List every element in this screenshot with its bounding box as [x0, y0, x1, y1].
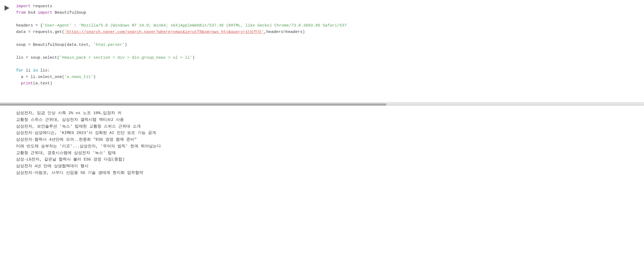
str-mozilla: 'Mozilla/5.0 (Windows NT 10.0; Win64; x6… — [79, 23, 347, 28]
code-text: bs4 — [26, 10, 38, 15]
code-text: BeautifulSoup — [52, 10, 86, 15]
scrollbar-track — [0, 103, 644, 106]
output-line-5: 삼성전자·협력사 4년만에 모여..한종희 "ESG 경영 함께 준비" — [16, 137, 639, 143]
code-line-7: soup = BeautifulSoup(data.text, 'html.pa… — [16, 42, 639, 48]
output-line-8: 삼성·LG전자, 같은날 협력사 불러 ESG 경영 다짐(종합) — [16, 156, 639, 163]
output-section: 삼성전자, 임금 인상 사측 2% vs 노조 10%…입장차 커 교황청 스위… — [0, 106, 644, 254]
str-html-parser: 'html.parser' — [93, 43, 125, 47]
run-icon — [5, 5, 9, 11]
code-line-empty-1 — [16, 16, 639, 23]
code-line-9: lis = soup.select('#main_pack > section … — [16, 55, 639, 61]
code-text: soup = BeautifulSoup(data.text, — [16, 43, 93, 47]
code-text: (a.text) — [33, 81, 52, 86]
code-text: lis: — [38, 68, 50, 73]
code-text: ) — [125, 43, 127, 47]
code-text: headers = { — [16, 23, 43, 28]
code-text: ) — [93, 75, 96, 79]
code-line-13: print(a.text) — [16, 80, 639, 87]
code-text: ,headers=headers) — [264, 30, 305, 34]
code-text: ) — [192, 55, 195, 60]
kw-in: in — [33, 68, 38, 73]
kw-import2: import — [38, 10, 52, 15]
code-text: lis = soup.select( — [16, 55, 60, 60]
output-line-3: 삼성전자, 보안솔루션 '녹스' 탑재한 교황청 스위스 근위대 소개 — [16, 124, 639, 130]
code-text: requests — [31, 4, 52, 9]
kw-for: for — [16, 68, 23, 73]
code-line-2: from bs4 import BeautifulSoup — [16, 10, 639, 16]
code-text: li — [23, 68, 33, 73]
run-button[interactable] — [4, 5, 10, 11]
scrollbar-thumb[interactable] — [0, 103, 386, 106]
code-text: a = li.select_one( — [16, 75, 64, 79]
output-line-2: 교황청 스위스 근위대, 삼성전자 갤럭시탭 액티브2 사용 — [16, 117, 639, 124]
kw-print: print — [21, 81, 33, 86]
code-line-4: headers = {'User-Agent' : 'Mozilla/5.0 (… — [16, 23, 639, 29]
output-line-6: 미래 반도체 승부처는 '이곳'...삼성전자, '무어의 법칙' 한계 뛰어넘… — [16, 143, 639, 150]
str-user-agent: 'User-Agent' — [43, 23, 72, 28]
url-link[interactable]: 'https://search.naver.com/search.naver?w… — [64, 30, 264, 34]
code-line-11: for li in lis: — [16, 68, 639, 74]
output-line-1: 삼성전자, 임금 인상 사측 2% vs 노조 10%…입장차 커 — [16, 110, 639, 117]
code-line-empty-4 — [16, 61, 639, 68]
code-text — [16, 81, 21, 86]
output-line-7: 교황청 근위대, 경호시스템에 삼성전자 '녹스' 탑재 — [16, 150, 639, 157]
code-line-5: data = requests.get('https://search.nave… — [16, 29, 639, 35]
code-line-empty-2 — [16, 35, 639, 42]
code-line-empty-3 — [16, 48, 639, 55]
code-text: : — [72, 23, 79, 28]
kw-import: import — [16, 4, 31, 9]
code-line-1: import requests — [16, 3, 639, 10]
horizontal-scrollbar[interactable] — [0, 103, 644, 106]
code-area: import requests from bs4 import Beautifu… — [0, 3, 644, 102]
output-line-4: 삼성전자·삼성메디슨, 'KIMES 2023'서 강화된 AI 진단 보조 기… — [16, 130, 639, 137]
str-selector: '#main_pack > section > div > div.group_… — [60, 55, 192, 60]
code-bottom-padding — [16, 87, 639, 92]
str-news-tit: 'a.news_tit' — [64, 75, 93, 79]
main-container: import requests from bs4 import Beautifu… — [0, 0, 644, 254]
code-section: import requests from bs4 import Beautifu… — [0, 0, 644, 103]
code-line-12: a = li.select_one('a.news_tit') — [16, 74, 639, 80]
kw-from: from — [16, 10, 26, 15]
code-text: data = requests.get( — [16, 30, 64, 34]
output-line-9: 삼성전자 4년 만에 상생협력데이 행사 — [16, 163, 639, 170]
output-line-10: 삼성전자·아람코, 사우디 산업용 5G 기술 생태계 현지화 업무협약 — [16, 170, 639, 177]
